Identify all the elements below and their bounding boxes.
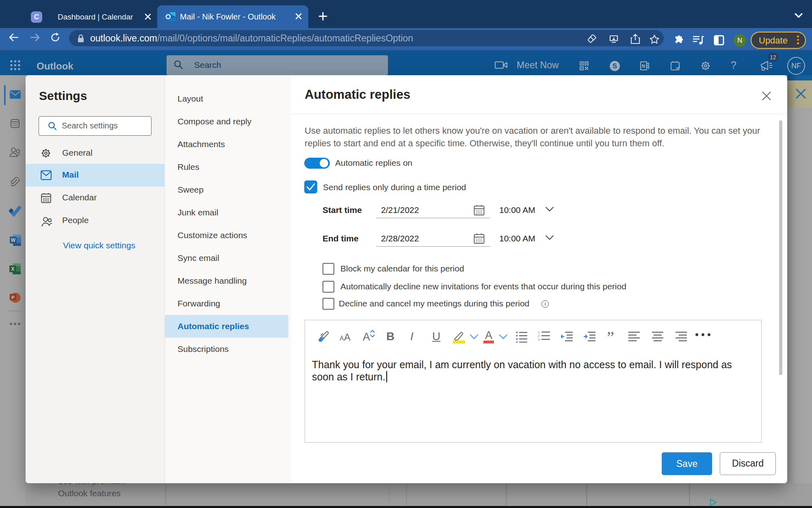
svg-text:P: P bbox=[11, 295, 15, 300]
svg-text:3: 3 bbox=[538, 338, 540, 341]
svg-text:1: 1 bbox=[538, 330, 540, 334]
svg-text:N: N bbox=[642, 63, 645, 69]
svg-text:X: X bbox=[11, 266, 14, 272]
svg-text:2: 2 bbox=[538, 334, 540, 338]
svg-text:W: W bbox=[11, 237, 16, 243]
